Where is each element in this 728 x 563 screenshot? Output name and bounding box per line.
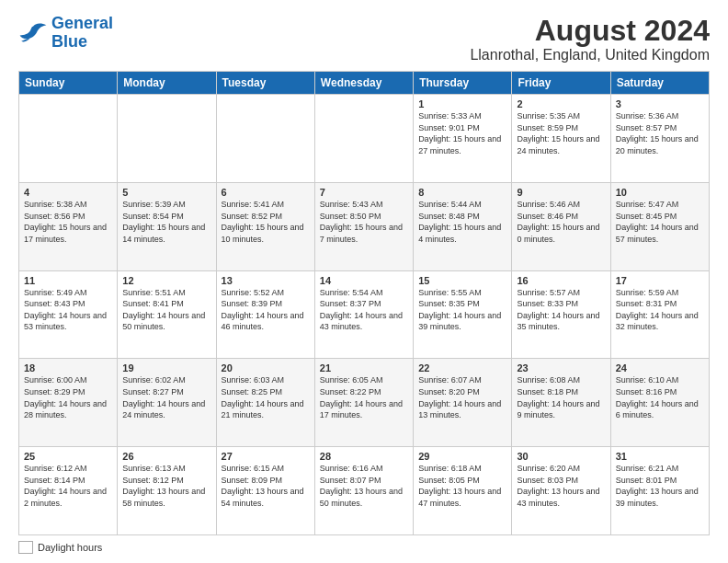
day-info: Sunrise: 6:07 AM Sunset: 8:20 PM Dayligh… — [418, 374, 506, 420]
day-number: 1 — [418, 98, 506, 109]
day-cell: 4Sunrise: 5:38 AM Sunset: 8:56 PM Daylig… — [19, 182, 118, 270]
weekday-header-wednesday: Wednesday — [314, 72, 413, 95]
day-number: 10 — [616, 187, 704, 198]
day-number: 27 — [222, 451, 310, 462]
day-info: Sunrise: 6:08 AM Sunset: 8:18 PM Dayligh… — [517, 374, 605, 420]
week-row-1: 1Sunrise: 5:33 AM Sunset: 9:01 PM Daylig… — [19, 95, 710, 183]
weekday-header-saturday: Saturday — [610, 72, 709, 95]
day-cell: 23Sunrise: 6:08 AM Sunset: 8:18 PM Dayli… — [512, 359, 610, 447]
day-info: Sunrise: 5:52 AM Sunset: 8:39 PM Dayligh… — [222, 287, 310, 333]
daylight-legend: Daylight hours — [18, 541, 102, 554]
day-number: 22 — [418, 362, 506, 373]
logo-text-block: GeneralBlue — [51, 15, 113, 52]
day-info: Sunrise: 6:02 AM Sunset: 8:27 PM Dayligh… — [122, 374, 210, 420]
day-info: Sunrise: 5:35 AM Sunset: 8:59 PM Dayligh… — [517, 110, 605, 156]
day-number: 3 — [616, 98, 704, 109]
day-cell — [216, 95, 314, 183]
day-number: 18 — [24, 362, 112, 373]
day-cell: 18Sunrise: 6:00 AM Sunset: 8:29 PM Dayli… — [19, 359, 118, 447]
day-cell: 30Sunrise: 6:20 AM Sunset: 8:03 PM Dayli… — [512, 447, 610, 535]
day-info: Sunrise: 6:18 AM Sunset: 8:05 PM Dayligh… — [418, 463, 506, 509]
day-number: 8 — [418, 187, 506, 198]
day-number: 20 — [222, 362, 310, 373]
day-number: 29 — [418, 451, 506, 462]
day-cell: 10Sunrise: 5:47 AM Sunset: 8:45 PM Dayli… — [610, 182, 709, 270]
day-info: Sunrise: 5:57 AM Sunset: 8:33 PM Dayligh… — [517, 287, 605, 333]
day-info: Sunrise: 6:12 AM Sunset: 8:14 PM Dayligh… — [24, 463, 112, 509]
day-cell: 9Sunrise: 5:46 AM Sunset: 8:46 PM Daylig… — [512, 182, 610, 270]
day-info: Sunrise: 6:16 AM Sunset: 8:07 PM Dayligh… — [320, 463, 408, 509]
weekday-header-friday: Friday — [512, 72, 610, 95]
day-info: Sunrise: 6:21 AM Sunset: 8:01 PM Dayligh… — [616, 463, 704, 509]
logo-name: GeneralBlue — [51, 15, 113, 52]
day-info: Sunrise: 5:59 AM Sunset: 8:31 PM Dayligh… — [616, 287, 704, 333]
day-number: 26 — [122, 451, 210, 462]
day-number: 28 — [320, 451, 408, 462]
title-block: August 2024 Llanrothal, England, United … — [470, 15, 710, 63]
day-info: Sunrise: 6:20 AM Sunset: 8:03 PM Dayligh… — [517, 463, 605, 509]
day-info: Sunrise: 5:51 AM Sunset: 8:41 PM Dayligh… — [122, 287, 210, 333]
day-number: 5 — [122, 187, 210, 198]
day-info: Sunrise: 5:47 AM Sunset: 8:45 PM Dayligh… — [616, 199, 704, 245]
day-info: Sunrise: 5:54 AM Sunset: 8:37 PM Dayligh… — [320, 287, 408, 333]
day-info: Sunrise: 6:00 AM Sunset: 8:29 PM Dayligh… — [24, 374, 112, 420]
day-number: 4 — [24, 187, 112, 198]
day-info: Sunrise: 6:15 AM Sunset: 8:09 PM Dayligh… — [222, 463, 310, 509]
daylight-label: Daylight hours — [38, 542, 102, 553]
day-number: 30 — [517, 451, 605, 462]
header: GeneralBlue August 2024 Llanrothal, Engl… — [18, 15, 710, 63]
day-cell: 11Sunrise: 5:49 AM Sunset: 8:43 PM Dayli… — [19, 270, 118, 359]
month-year: August 2024 — [470, 15, 710, 47]
day-cell: 29Sunrise: 6:18 AM Sunset: 8:05 PM Dayli… — [414, 447, 512, 535]
week-row-3: 11Sunrise: 5:49 AM Sunset: 8:43 PM Dayli… — [19, 270, 710, 359]
logo: GeneralBlue — [18, 15, 113, 52]
weekday-header-sunday: Sunday — [19, 72, 118, 95]
day-number: 15 — [418, 275, 506, 286]
day-cell: 15Sunrise: 5:55 AM Sunset: 8:35 PM Dayli… — [414, 270, 512, 359]
day-info: Sunrise: 5:44 AM Sunset: 8:48 PM Dayligh… — [418, 199, 506, 245]
day-number: 12 — [122, 275, 210, 286]
day-info: Sunrise: 6:13 AM Sunset: 8:12 PM Dayligh… — [122, 463, 210, 509]
footer: Daylight hours — [18, 541, 710, 554]
week-row-2: 4Sunrise: 5:38 AM Sunset: 8:56 PM Daylig… — [19, 182, 710, 270]
day-info: Sunrise: 5:33 AM Sunset: 9:01 PM Dayligh… — [418, 110, 506, 156]
day-number: 16 — [517, 275, 605, 286]
day-number: 25 — [24, 451, 112, 462]
weekday-header-row: SundayMondayTuesdayWednesdayThursdayFrid… — [19, 72, 710, 95]
day-number: 21 — [320, 362, 408, 373]
weekday-header-thursday: Thursday — [414, 72, 512, 95]
day-cell: 14Sunrise: 5:54 AM Sunset: 8:37 PM Dayli… — [314, 270, 413, 359]
day-cell — [314, 95, 413, 183]
weekday-header-monday: Monday — [118, 72, 216, 95]
day-info: Sunrise: 5:36 AM Sunset: 8:57 PM Dayligh… — [616, 110, 704, 156]
day-info: Sunrise: 6:10 AM Sunset: 8:16 PM Dayligh… — [616, 374, 704, 420]
day-number: 7 — [320, 187, 408, 198]
day-info: Sunrise: 6:05 AM Sunset: 8:22 PM Dayligh… — [320, 374, 408, 420]
day-cell: 20Sunrise: 6:03 AM Sunset: 8:25 PM Dayli… — [216, 359, 314, 447]
logo-icon — [18, 20, 48, 46]
day-cell: 26Sunrise: 6:13 AM Sunset: 8:12 PM Dayli… — [118, 447, 216, 535]
day-info: Sunrise: 5:38 AM Sunset: 8:56 PM Dayligh… — [24, 199, 112, 245]
day-cell: 16Sunrise: 5:57 AM Sunset: 8:33 PM Dayli… — [512, 270, 610, 359]
day-number: 19 — [122, 362, 210, 373]
day-cell — [118, 95, 216, 183]
day-info: Sunrise: 5:39 AM Sunset: 8:54 PM Dayligh… — [122, 199, 210, 245]
day-cell: 31Sunrise: 6:21 AM Sunset: 8:01 PM Dayli… — [610, 447, 709, 535]
day-cell: 7Sunrise: 5:43 AM Sunset: 8:50 PM Daylig… — [314, 182, 413, 270]
day-info: Sunrise: 5:41 AM Sunset: 8:52 PM Dayligh… — [222, 199, 310, 245]
day-number: 2 — [517, 98, 605, 109]
week-row-5: 25Sunrise: 6:12 AM Sunset: 8:14 PM Dayli… — [19, 447, 710, 535]
day-number: 31 — [616, 451, 704, 462]
calendar-table: SundayMondayTuesdayWednesdayThursdayFrid… — [18, 71, 710, 535]
day-number: 13 — [222, 275, 310, 286]
day-cell: 2Sunrise: 5:35 AM Sunset: 8:59 PM Daylig… — [512, 95, 610, 183]
day-number: 23 — [517, 362, 605, 373]
day-cell: 8Sunrise: 5:44 AM Sunset: 8:48 PM Daylig… — [414, 182, 512, 270]
day-number: 14 — [320, 275, 408, 286]
week-row-4: 18Sunrise: 6:00 AM Sunset: 8:29 PM Dayli… — [19, 359, 710, 447]
page: GeneralBlue August 2024 Llanrothal, Engl… — [0, 0, 728, 563]
day-cell: 6Sunrise: 5:41 AM Sunset: 8:52 PM Daylig… — [216, 182, 314, 270]
day-info: Sunrise: 5:43 AM Sunset: 8:50 PM Dayligh… — [320, 199, 408, 245]
day-cell: 19Sunrise: 6:02 AM Sunset: 8:27 PM Dayli… — [118, 359, 216, 447]
weekday-header-tuesday: Tuesday — [216, 72, 314, 95]
